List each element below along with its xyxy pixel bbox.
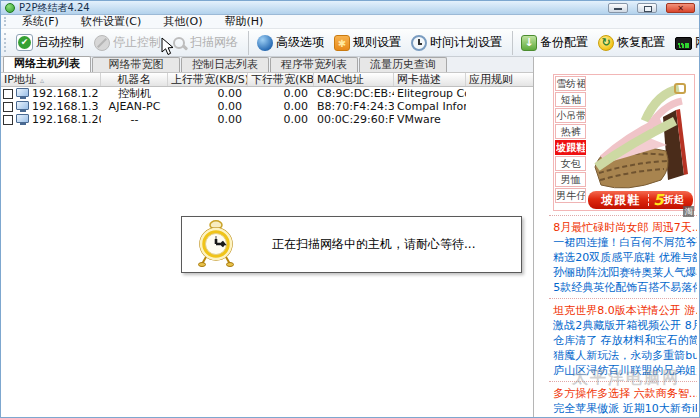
download-bandwidth-cell: 0.00: [248, 113, 314, 126]
toolbar-button-label: 扫描网络: [190, 34, 238, 51]
host-checkbox[interactable]: [3, 115, 13, 125]
host-row[interactable]: 192.168.1.3 AJEAN-PC 0.00 0.00 B8:70:F4:…: [1, 100, 533, 113]
news-link[interactable]: 坦克世界8.0版本详情公开 游...: [549, 303, 697, 318]
tab-label: 控制日志列表: [192, 58, 258, 71]
nic-description-cell: Elitegroup Comp...: [394, 87, 466, 100]
host-checkbox[interactable]: [3, 89, 13, 99]
discount-banner[interactable]: 坡跟鞋 5 折起: [588, 191, 693, 209]
news-link[interactable]: 激战2典藏版开箱视频公开 8月2...: [549, 318, 697, 333]
start-control-icon: [16, 34, 33, 51]
news-link[interactable]: 一裙四连撞！白百何不屑范爷孙...: [549, 235, 697, 250]
tab-label: 流量历史查询: [370, 58, 436, 71]
time-schedule-icon: [411, 35, 427, 51]
mouse-cursor-icon: [161, 37, 174, 60]
ad-category-item[interactable]: 坡跟鞋: [555, 140, 586, 155]
app-window: P2P终结者4.24 系统(F) 软件设置(C) 其他(O) 帮助(H) 启动控…: [0, 0, 700, 418]
ad-category-item[interactable]: 女包: [555, 156, 586, 171]
toolbar-button-label: 网速测试: [695, 34, 700, 51]
toolbar-button[interactable]: 时间计划设置: [406, 31, 513, 55]
computer-icon: [16, 101, 29, 110]
tab-traffic-history[interactable]: 流量历史查询: [359, 57, 447, 72]
host-checkbox[interactable]: [3, 102, 13, 112]
menu-help[interactable]: 帮助(H): [213, 15, 274, 28]
mac-address-cell: B8:70:F4:24:3...: [314, 100, 394, 113]
machine-name-cell: --: [101, 113, 168, 126]
news-link[interactable]: 8月最忙碌时尚女郎 周迅7天...: [549, 220, 697, 235]
toolbar-button[interactable]: 恢复配置: [593, 31, 670, 55]
speed-test-icon: [675, 37, 692, 50]
product-image[interactable]: [587, 75, 694, 191]
column-header[interactable]: MAC地址: [314, 73, 394, 86]
window-title: P2P终结者4.24: [19, 2, 90, 14]
shoe-illustration: [587, 75, 693, 191]
column-header[interactable]: 下行带宽(KB/S): [248, 73, 314, 86]
discount-suffix: 折起: [664, 193, 684, 207]
toolbar-button[interactable]: 扫描网络: [166, 31, 249, 55]
computer-icon: [16, 88, 29, 97]
toolbar-button[interactable]: 启动控制: [11, 31, 89, 55]
shopping-ad[interactable]: 雪纺裙 短袖 小吊带 热裤 坡跟鞋 女包 男恤 男牛仔: [553, 74, 695, 211]
news-links-area: 8月最忙碌时尚女郎 周迅7天... 一裙四连撞！白百何不屑范爷孙... 精选20…: [549, 215, 697, 418]
machine-name-cell: 控制机: [101, 87, 168, 100]
backup-config-icon: [521, 35, 537, 51]
column-header[interactable]: IP地址: [1, 73, 101, 86]
download-bandwidth-cell: 0.00: [248, 87, 314, 100]
news-link[interactable]: 多方操作多选择 六款商务智...: [549, 386, 697, 401]
tab-bar: 网络主机列表 网络带宽图 控制日志列表 程序带宽列表 流: [1, 57, 533, 73]
tab-label: 网络主机列表: [14, 57, 80, 70]
toolbar-button[interactable]: 停止控制: [89, 31, 166, 55]
toolbar-button[interactable]: 备份配置: [516, 31, 593, 55]
menu-bar: 系统(F) 软件设置(C) 其他(O) 帮助(H): [1, 15, 699, 29]
ip-address: 192.168.1.2: [32, 87, 98, 100]
banner-divider: [648, 194, 649, 206]
rule-settings-icon: [334, 35, 350, 51]
toolbar-button-label: 高级选项: [276, 34, 324, 51]
tab-network-hosts[interactable]: 网络主机列表: [3, 56, 91, 72]
ip-address: 192.168.1.200: [32, 113, 101, 126]
menu-software-settings[interactable]: 软件设置(C): [70, 15, 152, 28]
ad-category-item[interactable]: 雪纺裙: [555, 76, 586, 91]
restore-button[interactable]: [637, 3, 657, 13]
toolbar-button[interactable]: 规则设置: [329, 31, 406, 55]
news-link[interactable]: 庐山区浔纺百川联盟的兄弟姐妹...: [549, 363, 697, 378]
tab-control-log[interactable]: 控制日志列表: [181, 57, 269, 72]
news-link[interactable]: 5款经典英伦配饰百搭不易落俗套: [549, 280, 697, 295]
taobao-corner-tag: 淘: [683, 206, 694, 217]
menu-other[interactable]: 其他(O): [152, 15, 213, 28]
ad-category-item[interactable]: 男牛仔: [555, 188, 586, 203]
toolbar-button[interactable]: 高级选项: [252, 31, 329, 55]
ad-category-item[interactable]: 热裤: [555, 124, 586, 139]
ad-category-item[interactable]: 男恤: [555, 172, 586, 187]
toolbar-button-label: 时间计划设置: [430, 34, 502, 51]
table-header: IP地址 机器名 上行带宽(KB/S) 下行带宽(KB/S) MAC地址 网卡描…: [1, 73, 533, 87]
advanced-options-icon: [257, 35, 273, 51]
news-link[interactable]: 精选20双质感平底鞋 优雅与舒...: [549, 250, 697, 265]
column-header[interactable]: 应用规则: [466, 73, 533, 86]
close-button[interactable]: [666, 3, 695, 13]
tab-label: 网络带宽图: [109, 58, 164, 71]
column-header[interactable]: 上行带宽(KB/S): [168, 73, 248, 86]
minimize-button[interactable]: [608, 3, 628, 13]
ad-category-item[interactable]: 短袖: [555, 92, 586, 107]
news-link[interactable]: 仓库清了 存放材料和宝石的简...: [549, 333, 697, 348]
banner-product-label: 坡跟鞋: [588, 192, 640, 209]
ip-cell: 192.168.1.200: [1, 113, 101, 126]
menu-system[interactable]: 系统(F): [11, 15, 70, 28]
computer-icon: [16, 114, 29, 123]
discount-number: 5: [653, 192, 663, 208]
column-header[interactable]: 网卡描述: [394, 73, 466, 86]
column-header[interactable]: 机器名: [101, 73, 168, 86]
ad-category-item[interactable]: 小吊带: [555, 108, 586, 123]
news-link[interactable]: 完全苹果傲派 近期10大新奇iPo...: [549, 401, 697, 416]
panel-gap: [534, 57, 545, 418]
news-link[interactable]: 孙俪助阵沈阳赛特奥莱人气爆棚: [549, 265, 697, 280]
tab-app-bandwidth[interactable]: 程序带宽列表: [270, 57, 358, 72]
host-row[interactable]: 192.168.1.200 -- 0.00 0.00 00:0C:29:60:F…: [1, 113, 533, 126]
host-row[interactable]: 192.168.1.2 控制机 0.00 0.00 C8:9C:DC:EB:4.…: [1, 87, 533, 100]
toolbar-button[interactable]: 网速测试: [670, 31, 700, 55]
toolbar-button-label: 启动控制: [36, 34, 84, 51]
news-link[interactable]: 猎魔人新玩法，永动多重箭build: [549, 348, 697, 363]
ad-sidebar: 雪纺裙 短袖 小吊带 热裤 坡跟鞋 女包 男恤 男牛仔: [545, 57, 699, 418]
news-group-games: 坦克世界8.0版本详情公开 游... 激战2典藏版开箱视频公开 8月2... 仓…: [549, 298, 697, 381]
nic-description-cell: Compal Informat...: [394, 100, 466, 113]
